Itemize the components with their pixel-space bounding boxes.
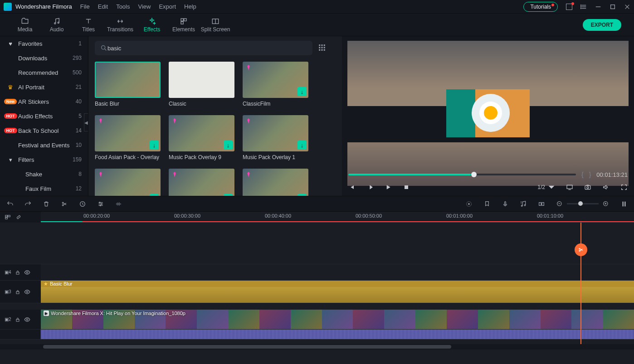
scissor-icon[interactable]: [575, 243, 587, 256]
menu-export[interactable]: Export: [159, 3, 176, 10]
grid-view-icon[interactable]: [318, 44, 326, 53]
snapshot-icon[interactable]: [584, 184, 591, 191]
thumb-classic[interactable]: Classic: [169, 62, 234, 107]
minimize-button[interactable]: [595, 4, 601, 10]
thumb-item[interactable]: ↓: [243, 169, 308, 196]
inbox-icon[interactable]: [566, 4, 572, 10]
maximize-button[interactable]: [610, 4, 616, 10]
sidebar-item-faux-film[interactable]: Faux Film12: [0, 181, 88, 196]
timeline-ruler[interactable]: 00:00:20:0000:00:30:0000:00:40:0000:00:5…: [41, 212, 634, 223]
search-input[interactable]: [107, 45, 307, 52]
zoom-in-icon[interactable]: [602, 200, 610, 208]
eye-icon[interactable]: [24, 269, 30, 276]
menu-view[interactable]: View: [138, 3, 151, 10]
tab-media[interactable]: Media: [9, 17, 41, 33]
undo-icon[interactable]: [6, 200, 14, 208]
thumb-music-pack-overlay-9[interactable]: ↓Music Pack Overlay 9: [169, 115, 234, 160]
tab-titles[interactable]: Titles: [73, 17, 104, 33]
marker-in-icon[interactable]: {: [581, 171, 584, 178]
thumb-food-asian-pack---overlay[interactable]: ↓Food Asian Pack - Overlay: [95, 115, 161, 160]
track-mgr-icon[interactable]: [5, 214, 11, 220]
play-pause-icon[interactable]: [366, 184, 374, 191]
svg-point-11: [58, 22, 59, 23]
export-button[interactable]: EXPORT: [583, 19, 621, 31]
list-icon[interactable]: [580, 4, 587, 10]
tab-splitscreen[interactable]: Split Screen: [200, 17, 231, 33]
timeline-scrollbar[interactable]: [0, 344, 634, 349]
playhead[interactable]: [580, 223, 581, 344]
search-box[interactable]: [95, 41, 312, 55]
sidebar-item-recommended[interactable]: Recommended500: [0, 65, 88, 80]
sidebar-item-audio-effects[interactable]: HOTAudio Effects5: [0, 109, 88, 123]
audio-mixer-icon[interactable]: [520, 200, 527, 208]
zoom-out-icon[interactable]: [556, 200, 563, 208]
sidebar-item-favorites[interactable]: ♥Favorites1: [0, 36, 88, 51]
thumb-basic-blur[interactable]: Basic Blur: [95, 62, 161, 107]
fullscreen-icon[interactable]: [620, 184, 628, 191]
eye-icon[interactable]: [24, 316, 30, 323]
track-audio[interactable]: [0, 330, 634, 340]
svg-point-52: [524, 204, 526, 206]
tab-audio[interactable]: Audio: [41, 17, 73, 33]
sidebar-item-festival-and-events[interactable]: Festival and Events10: [0, 138, 88, 152]
delete-icon[interactable]: [43, 200, 50, 208]
lock-icon[interactable]: [15, 270, 20, 275]
keyframe-icon[interactable]: [538, 200, 545, 208]
track-2-video[interactable]: ▣2 ▶Wondershare Filmora X: Hit Play on Y…: [0, 310, 634, 330]
svg-point-69: [26, 291, 28, 293]
render-icon[interactable]: [465, 200, 473, 208]
svg-rect-50: [505, 201, 506, 204]
tutorials-button[interactable]: Tutorials: [523, 2, 558, 12]
timeline-zoom[interactable]: [556, 200, 610, 208]
lock-icon[interactable]: [15, 289, 20, 295]
display-icon[interactable]: [566, 184, 573, 191]
menu-help[interactable]: Help: [184, 3, 196, 10]
svg-point-72: [579, 248, 580, 249]
preview-zoom-select[interactable]: 1/2: [537, 184, 555, 191]
menu-tools[interactable]: Tools: [116, 3, 130, 10]
category-sidebar[interactable]: ♥Favorites1Downloads293Recommended500♛AI…: [0, 36, 88, 196]
adjust-icon[interactable]: [97, 200, 104, 208]
sidebar-item-shake[interactable]: Shake8: [0, 167, 88, 181]
thumb-music-pack-overlay-1[interactable]: ↓Music Pack Overlay 1: [243, 115, 308, 160]
prev-frame-icon[interactable]: [348, 184, 356, 191]
stop-icon[interactable]: [403, 184, 410, 191]
audio-wave-icon[interactable]: [115, 200, 122, 208]
track-4[interactable]: ▣4: [0, 264, 634, 281]
redo-icon[interactable]: [24, 200, 32, 208]
marker-icon[interactable]: [483, 200, 491, 208]
sidebar-item-back-to-school[interactable]: HOTBack To School14: [0, 123, 88, 138]
preview-scrubber[interactable]: [348, 174, 576, 175]
sidebar-item-ar-stickers[interactable]: NewAR Stickers40: [0, 94, 88, 109]
thumb-classicfilm[interactable]: ↓ClassicFilm: [243, 62, 308, 107]
marker-out-icon[interactable]: }: [589, 171, 591, 178]
svg-point-40: [101, 204, 102, 204]
link-icon[interactable]: [15, 214, 22, 220]
sidebar-item-downloads[interactable]: Downloads293: [0, 51, 88, 65]
svg-rect-64: [8, 215, 10, 217]
tab-effects[interactable]: Effects: [136, 17, 168, 33]
svg-rect-26: [322, 49, 323, 50]
tab-elements[interactable]: Elements: [168, 17, 200, 33]
sidebar-item-ai-portrait[interactable]: ♛AI Portrait21: [0, 80, 88, 94]
menu-file[interactable]: File: [80, 3, 90, 10]
close-button[interactable]: [624, 4, 630, 10]
effect-clip[interactable]: ★Basic Blur: [41, 281, 634, 287]
thumb-item[interactable]: ↓: [169, 169, 234, 196]
volume-icon[interactable]: [602, 184, 610, 191]
split-icon[interactable]: [61, 200, 68, 208]
voiceover-icon[interactable]: [502, 200, 509, 208]
lock-icon[interactable]: [15, 317, 20, 322]
app-title: Wondershare Filmora: [15, 3, 72, 10]
tab-transitions[interactable]: Transitions: [104, 17, 136, 33]
track-3-effect[interactable]: ▣3 ★Basic Blur: [0, 281, 634, 303]
timeline-options-icon[interactable]: [620, 200, 628, 208]
preview-canvas[interactable]: [347, 41, 629, 186]
menu-edit[interactable]: Edit: [98, 3, 108, 10]
sidebar-collapse-handle[interactable]: ◀: [84, 113, 88, 131]
thumb-item[interactable]: ↓: [95, 169, 161, 196]
sidebar-item-filters[interactable]: ▾Filters159: [0, 152, 88, 167]
play-icon[interactable]: [385, 184, 392, 191]
speed-icon[interactable]: [79, 200, 86, 208]
eye-icon[interactable]: [24, 289, 30, 295]
